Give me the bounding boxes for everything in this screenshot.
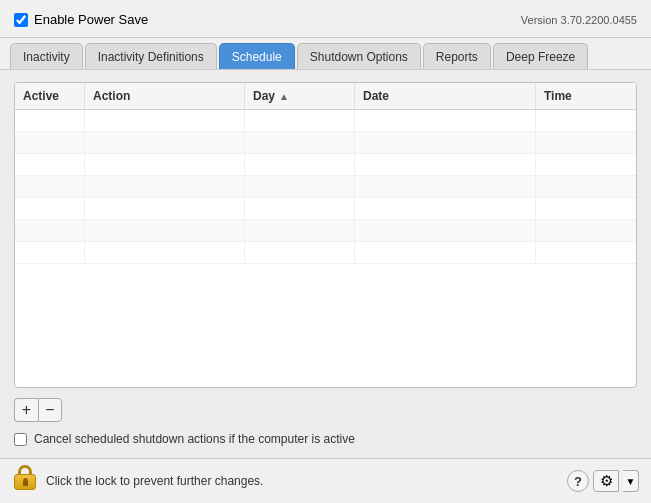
col-header-time: Time (536, 83, 636, 109)
table-body (15, 110, 636, 264)
table-cell (245, 242, 355, 263)
day-sort-icon: ▲ (279, 91, 289, 102)
add-button[interactable]: + (14, 398, 38, 422)
table-cell (245, 176, 355, 197)
table-cell (355, 198, 536, 219)
bottom-bar: Click the lock to prevent further change… (0, 458, 651, 503)
table-row (15, 220, 636, 242)
table-cell (536, 132, 636, 153)
table-cell (85, 110, 245, 131)
main-content: Active Action Day ▲ Date Time (0, 70, 651, 458)
table-cell (355, 154, 536, 175)
table-cell (536, 110, 636, 131)
table-cell (355, 220, 536, 241)
table-cell (355, 242, 536, 263)
table-cell (15, 242, 85, 263)
table-cell (15, 154, 85, 175)
table-cell (85, 220, 245, 241)
table-cell (15, 132, 85, 153)
gear-button[interactable]: ⚙ (593, 470, 619, 492)
table-cell (85, 154, 245, 175)
table-cell (536, 198, 636, 219)
table-row (15, 132, 636, 154)
table-cell (15, 110, 85, 131)
top-bar: Enable Power Save Version 3.70.2200.0455 (0, 0, 651, 38)
table-row (15, 154, 636, 176)
tab-shutdown-options[interactable]: Shutdown Options (297, 43, 421, 69)
tab-schedule[interactable]: Schedule (219, 43, 295, 69)
gear-chevron-button[interactable]: ▼ (623, 470, 639, 492)
enable-power-save-checkbox[interactable] (14, 13, 28, 27)
table-cell (85, 176, 245, 197)
enable-power-save-label[interactable]: Enable Power Save (14, 12, 148, 27)
table-cell (355, 132, 536, 153)
lock-text: Click the lock to prevent further change… (46, 474, 263, 488)
table-header: Active Action Day ▲ Date Time (15, 83, 636, 110)
table-cell (15, 176, 85, 197)
table-cell (85, 198, 245, 219)
cancel-checkbox[interactable] (14, 433, 27, 446)
table-row (15, 242, 636, 264)
table-cell (85, 242, 245, 263)
table-cell (85, 132, 245, 153)
tab-inactivity-definitions[interactable]: Inactivity Definitions (85, 43, 217, 69)
lock-body (14, 474, 36, 490)
table-cell (245, 220, 355, 241)
tab-inactivity[interactable]: Inactivity (10, 43, 83, 69)
table-cell (245, 110, 355, 131)
table-row (15, 110, 636, 132)
enable-power-save-text: Enable Power Save (34, 12, 148, 27)
table-cell (355, 110, 536, 131)
col-header-action: Action (85, 83, 245, 109)
tab-bar: Inactivity Inactivity Definitions Schedu… (0, 38, 651, 70)
table-cell (15, 220, 85, 241)
bottom-right-controls: ? ⚙ ▼ (567, 470, 639, 492)
col-header-date: Date (355, 83, 536, 109)
version-text: Version 3.70.2200.0455 (521, 14, 637, 26)
table-cell (245, 198, 355, 219)
table-cell (355, 176, 536, 197)
table-row (15, 176, 636, 198)
tab-deep-freeze[interactable]: Deep Freeze (493, 43, 588, 69)
help-button[interactable]: ? (567, 470, 589, 492)
table-cell (245, 154, 355, 175)
schedule-table-container: Active Action Day ▲ Date Time (14, 82, 637, 388)
lock-icon[interactable] (12, 465, 38, 497)
table-cell (245, 132, 355, 153)
table-cell (536, 154, 636, 175)
tab-reports[interactable]: Reports (423, 43, 491, 69)
table-cell (15, 198, 85, 219)
table-cell (536, 220, 636, 241)
cancel-checkbox-label: Cancel scheduled shutdown actions if the… (34, 432, 355, 446)
cancel-checkbox-row: Cancel scheduled shutdown actions if the… (14, 432, 637, 446)
col-header-active: Active (15, 83, 85, 109)
lock-area[interactable]: Click the lock to prevent further change… (12, 465, 263, 497)
table-cell (536, 176, 636, 197)
chevron-down-icon: ▼ (626, 476, 636, 487)
remove-button[interactable]: − (38, 398, 62, 422)
col-header-day[interactable]: Day ▲ (245, 83, 355, 109)
lock-keyhole (23, 478, 28, 486)
gear-icon: ⚙ (600, 472, 613, 490)
table-row (15, 198, 636, 220)
add-remove-buttons: + − (14, 398, 637, 422)
table-cell (536, 242, 636, 263)
